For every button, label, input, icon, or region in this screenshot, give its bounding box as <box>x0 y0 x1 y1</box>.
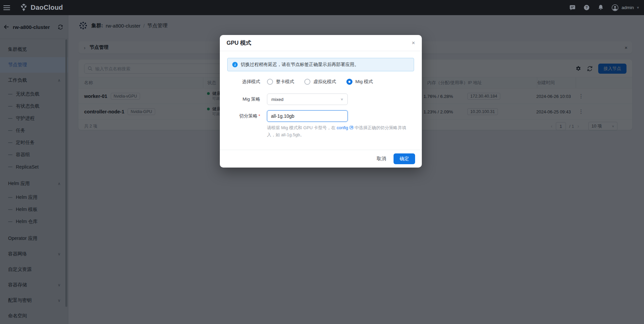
hamburger-menu-icon[interactable] <box>3 5 10 10</box>
modal-footer: 取消 确定 <box>220 150 422 168</box>
confirm-button[interactable]: 确定 <box>394 153 415 164</box>
modal-close-icon[interactable]: × <box>412 40 415 46</box>
topbar: DaoCloud ? admin ∨ <box>0 0 644 15</box>
modal-header: GPU 模式 × <box>220 35 422 51</box>
username: admin <box>621 5 634 10</box>
radio-full-card-mode[interactable]: 整卡模式 <box>267 79 294 85</box>
external-link-icon[interactable] <box>349 125 353 132</box>
radio-icon <box>267 79 273 85</box>
cancel-button[interactable]: 取消 <box>377 156 386 162</box>
modal-title: GPU 模式 <box>227 39 251 47</box>
app-root: DaoCloud ? admin ∨ <box>0 0 644 324</box>
required-asterisk: * <box>259 113 260 118</box>
config-link[interactable]: config <box>337 125 348 130</box>
info-alert: i 切换过程稍有延迟，请在节点标签正确显示后再部署应用。 <box>227 58 414 71</box>
radio-checked-icon <box>346 79 352 85</box>
gpu-mode-modal: GPU 模式 × i 切换过程稍有延迟，请在节点标签正确显示后再部署应用。 选择… <box>220 35 422 168</box>
help-icon[interactable]: ? <box>583 4 590 11</box>
notification-bell-icon[interactable] <box>597 4 604 11</box>
brand-name: DaoCloud <box>31 4 63 11</box>
partition-strategy-row: 切分策略* 请根据 Mig 模式和 GPU 卡型号，在 config 中选择正确… <box>220 110 422 138</box>
user-caret-down-icon: ∨ <box>637 6 639 9</box>
mode-label: 选择模式 <box>220 79 267 85</box>
avatar-icon <box>611 4 619 11</box>
alert-text: 切换过程稍有延迟，请在节点标签正确显示后再部署应用。 <box>241 62 359 68</box>
partition-strategy-input[interactable] <box>267 110 348 122</box>
mig-strategy-value: mixed <box>271 97 283 102</box>
mig-strategy-select[interactable]: mixed ∨ <box>267 94 348 105</box>
radio-icon <box>304 79 310 85</box>
partition-strategy-label: 切分策略* <box>220 110 267 119</box>
modal-body: i 切换过程稍有延迟，请在节点标签正确显示后再部署应用。 选择模式 整卡模式 虚… <box>220 51 422 150</box>
daocloud-logo-icon <box>20 3 28 12</box>
svg-text:?: ? <box>585 5 588 9</box>
helper-text: 请根据 Mig 模式和 GPU 卡型号，在 config 中选择正确的切分策略并… <box>267 124 408 138</box>
radio-mig-mode[interactable]: Mig 模式 <box>346 79 373 85</box>
info-icon: i <box>232 62 238 67</box>
mode-row: 选择模式 整卡模式 虚拟化模式 Mig 模式 <box>220 79 422 85</box>
mig-strategy-label: Mig 策略 <box>220 96 267 102</box>
select-caret-down-icon: ∨ <box>340 97 343 101</box>
topbar-right: ? admin ∨ <box>569 4 644 11</box>
radio-virtualization-mode[interactable]: 虚拟化模式 <box>304 79 336 85</box>
mode-radio-group: 整卡模式 虚拟化模式 Mig 模式 <box>267 79 373 85</box>
mig-strategy-row: Mig 策略 mixed ∨ <box>220 94 422 105</box>
user-menu[interactable]: admin ∨ <box>611 4 639 11</box>
feedback-icon[interactable] <box>569 4 576 11</box>
brand: DaoCloud <box>20 3 63 12</box>
